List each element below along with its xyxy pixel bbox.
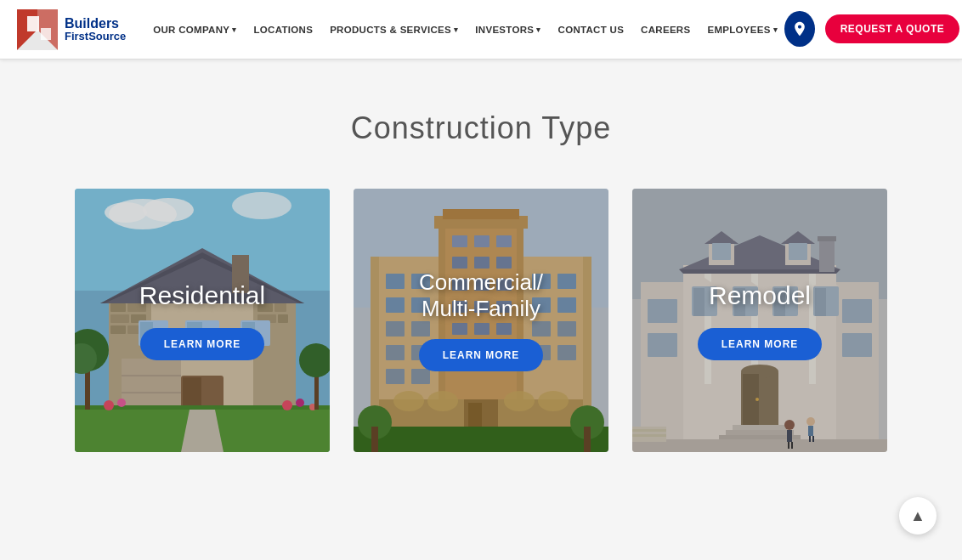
chevron-down-icon: ▾ bbox=[773, 25, 778, 34]
learn-more-commercial[interactable]: LEARN MORE bbox=[419, 339, 544, 371]
nav-our-company[interactable]: OUR COMPANY ▾ bbox=[146, 20, 243, 40]
card-overlay-residential: Residential LEARN MORE bbox=[75, 189, 330, 452]
logo-firstsource: FirstSource bbox=[65, 31, 126, 42]
main-content: Construction Type bbox=[0, 59, 962, 560]
chevron-down-icon: ▾ bbox=[454, 25, 458, 34]
svg-rect-4 bbox=[41, 28, 51, 40]
nav-products-services[interactable]: PRODUCTS & SERVICES ▾ bbox=[323, 20, 465, 40]
card-overlay-commercial: Commercial/ Multi-Family LEARN MORE bbox=[354, 189, 608, 452]
card-title-remodel: Remodel bbox=[709, 280, 811, 311]
nav-right: REQUEST A QUOTE MY BFS BUILDER bbox=[784, 8, 962, 52]
section-title: Construction Type bbox=[34, 110, 928, 146]
chevron-down-icon: ▾ bbox=[536, 25, 540, 34]
card-title-commercial: Commercial/ Multi-Family bbox=[419, 269, 543, 322]
cards-container: Residential LEARN MORE bbox=[34, 189, 928, 452]
card-overlay-remodel: Remodel LEARN MORE bbox=[632, 189, 887, 452]
learn-more-remodel[interactable]: LEARN MORE bbox=[698, 328, 823, 360]
card-title-residential: Residential bbox=[139, 280, 265, 311]
navbar: Builders FirstSource OUR COMPANY ▾ LOCAT… bbox=[0, 0, 962, 59]
nav-links: OUR COMPANY ▾ LOCATIONS PRODUCTS & SERVI… bbox=[146, 20, 784, 40]
card-residential[interactable]: Residential LEARN MORE bbox=[75, 189, 330, 452]
svg-rect-3 bbox=[27, 16, 39, 31]
location-pin-icon bbox=[791, 20, 808, 37]
logo[interactable]: Builders FirstSource bbox=[17, 9, 126, 50]
chevron-down-icon: ▾ bbox=[232, 25, 236, 34]
nav-investors[interactable]: INVESTORS ▾ bbox=[468, 20, 547, 40]
location-button[interactable] bbox=[784, 11, 815, 47]
card-commercial[interactable]: Commercial/ Multi-Family LEARN MORE bbox=[354, 189, 608, 452]
nav-locations[interactable]: LOCATIONS bbox=[247, 20, 320, 40]
nav-employees[interactable]: EMPLOYEES ▾ bbox=[700, 20, 784, 40]
card-remodel[interactable]: Remodel LEARN MORE bbox=[632, 189, 887, 452]
learn-more-residential[interactable]: LEARN MORE bbox=[140, 328, 265, 360]
scroll-to-top-button[interactable]: ▲ bbox=[899, 497, 937, 535]
request-quote-button[interactable]: REQUEST A QUOTE bbox=[825, 14, 960, 43]
nav-contact-us[interactable]: CONTACT US bbox=[552, 20, 631, 40]
logo-icon bbox=[17, 9, 58, 50]
nav-careers[interactable]: CAREERS bbox=[634, 20, 697, 40]
logo-text: Builders FirstSource bbox=[65, 16, 126, 43]
logo-builders: Builders bbox=[65, 16, 126, 31]
